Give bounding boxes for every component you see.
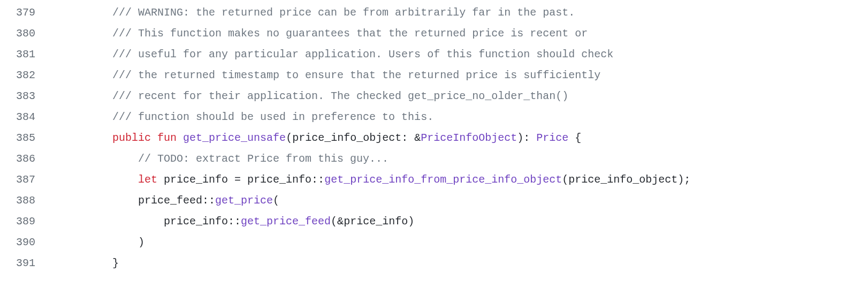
line-number: 379 [16, 2, 35, 23]
code-token: ) [408, 215, 414, 228]
code-token: } [112, 257, 119, 269]
code-line: } [61, 253, 868, 274]
code-line: price_feed::get_price( [61, 190, 868, 211]
code-token: ( [273, 194, 279, 207]
code-line: ) [61, 232, 868, 253]
line-number: 389 [16, 211, 35, 232]
code-token: public [112, 132, 151, 144]
code-token: /// This function makes no guarantees th… [112, 27, 588, 40]
code-line: public fun get_price_unsafe(price_info_o… [61, 127, 868, 148]
code-token: get_price_unsafe [183, 132, 286, 144]
indent [61, 215, 164, 228]
indent [61, 236, 138, 248]
code-token: get_price_feed [241, 215, 331, 228]
code-line: /// function should be used in preferenc… [61, 107, 868, 127]
code-token: get_price_info_from_price_info_object [324, 173, 562, 186]
code-token: /// WARNING: the returned price can be f… [112, 6, 575, 19]
code-token: ) [138, 236, 144, 248]
indent [61, 194, 138, 207]
code-token: let [138, 173, 157, 186]
indent [61, 27, 112, 40]
line-number: 383 [16, 86, 35, 107]
code-token: /// function should be used in preferenc… [112, 111, 433, 123]
code-token: Price [536, 132, 568, 144]
indent [61, 48, 112, 61]
indent [61, 257, 112, 269]
code-token: { [568, 132, 581, 144]
indent [61, 111, 112, 123]
code-token: price_info_object [568, 173, 677, 186]
line-number-gutter: 379380381382383384385386387388389390391 [0, 2, 61, 274]
code-line: // TODO: extract Price from this guy... [61, 148, 868, 169]
code-area: /// WARNING: the returned price can be f… [61, 2, 868, 274]
code-token: get_price [215, 194, 273, 207]
code-token: price_info_object: & [292, 132, 421, 144]
indent [61, 90, 112, 102]
code-token: price_info:: [164, 215, 241, 228]
code-token [177, 132, 183, 144]
code-token [151, 132, 157, 144]
code-line: /// WARNING: the returned price can be f… [61, 2, 868, 23]
indent [61, 69, 112, 81]
code-line: /// useful for any particular applicatio… [61, 44, 868, 65]
code-token: ( [562, 173, 568, 186]
code-token: PriceInfoObject [421, 132, 517, 144]
line-number: 386 [16, 148, 35, 169]
indent [61, 173, 138, 186]
code-token: price_feed:: [138, 194, 215, 207]
line-number: 381 [16, 44, 35, 65]
line-number: 391 [16, 253, 35, 274]
line-number: 380 [16, 23, 35, 44]
code-line: let price_info = price_info::get_price_i… [61, 169, 868, 190]
line-number: 390 [16, 232, 35, 253]
code-token: ): [517, 132, 536, 144]
line-number: 382 [16, 65, 35, 86]
code-token: ); [677, 173, 690, 186]
code-token: price_info [344, 215, 408, 228]
line-number: 385 [16, 127, 35, 148]
code-line: /// This function makes no guarantees th… [61, 23, 868, 44]
code-token: /// the returned timestamp to ensure tha… [112, 69, 600, 81]
code-token: (& [331, 215, 344, 228]
code-block: 379380381382383384385386387388389390391 … [0, 2, 868, 274]
line-number: 384 [16, 107, 35, 127]
code-token: fun [157, 132, 177, 144]
code-line: /// recent for their application. The ch… [61, 86, 868, 107]
line-number: 388 [16, 190, 35, 211]
code-line: price_info::get_price_feed(&price_info) [61, 211, 868, 232]
code-token: // TODO: extract Price from this guy... [138, 153, 389, 165]
code-line: /// the returned timestamp to ensure tha… [61, 65, 868, 86]
indent [61, 153, 138, 165]
indent [61, 6, 112, 19]
code-token: price_info = price_info:: [157, 173, 324, 186]
code-token: /// recent for their application. The ch… [112, 90, 568, 102]
code-token: /// useful for any particular applicatio… [112, 48, 613, 61]
indent [61, 132, 112, 144]
code-token: ( [286, 132, 292, 144]
line-number: 387 [16, 169, 35, 190]
